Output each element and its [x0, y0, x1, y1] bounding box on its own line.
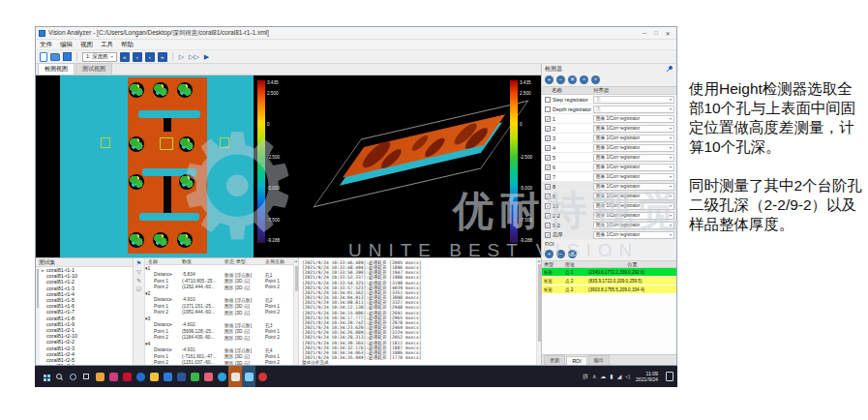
measurement-scrollbar[interactable]: ▲ — [293, 258, 298, 365]
detector-row-checkbox[interactable]: ✓ — [545, 135, 551, 141]
aligner-dropdown[interactable]: 图像 1/Corr registrator▾ — [593, 222, 674, 229]
task-view-button[interactable] — [79, 366, 93, 387]
measurement-row[interactable]: Point 1(1371.151,-25...图形 [3D 点]Point 1 — [145, 303, 293, 310]
ime-icon[interactable]: 拼 — [583, 373, 588, 381]
save-tool-button[interactable] — [161, 366, 174, 387]
measurement-row[interactable]: Point 1(-7161.601,-47...图形 [3D 点]Point 1 — [145, 353, 293, 360]
detector-row[interactable]: ✓9图像 1/Corr registrator▾ — [542, 192, 676, 201]
detector-row[interactable]: ✓8图像 1/Corr registrator▾ — [542, 182, 676, 192]
measurement-row[interactable]: Point 2(1151.037,-60...图形 [3D 点]Point 2 — [145, 360, 293, 366]
cortana-button[interactable] — [66, 366, 79, 387]
detector-row[interactable]: ✓2图像 1/Corr registrator▾ — [542, 124, 676, 134]
first-frame-button[interactable]: « — [120, 52, 130, 62]
scrollbar-thumb[interactable] — [295, 266, 298, 291]
notification-center-icon[interactable] — [666, 372, 673, 381]
measurement-row[interactable]: Point 1(5699.128,-25...图形 [3D 点]Point 1 — [145, 328, 293, 335]
detector-row-checkbox[interactable]: ✓ — [545, 184, 551, 190]
detector-row[interactable]: ✓6图像 1/Corr registrator▾ — [542, 163, 676, 172]
file-list-scrollbar[interactable] — [36, 267, 40, 365]
network-icon[interactable]: ◢ — [617, 373, 622, 381]
globe-app-button[interactable] — [215, 366, 228, 387]
active-window-app-button[interactable] — [242, 366, 255, 387]
detector-row[interactable]: ✓3图像 1/Corr registrator▾ — [542, 134, 676, 143]
menu-view[interactable]: 视图 — [80, 41, 93, 49]
maximize-button[interactable]: □ — [650, 30, 662, 36]
minimize-button[interactable]: ─ — [639, 30, 650, 36]
pdf-app-button[interactable] — [120, 366, 134, 387]
detector-row[interactable]: Depth registrator无▾ — [542, 105, 676, 114]
chevron-up-icon[interactable]: ∧ — [592, 373, 596, 381]
move-down-button[interactable]: ˅ — [591, 75, 600, 84]
detector-row[interactable]: ✓1图像 1/Corr registrator▾ — [542, 114, 676, 124]
cloud-icon[interactable]: ☁ — [600, 373, 606, 381]
scroll-up-arrow-icon[interactable]: ▲ — [537, 258, 541, 263]
close-button[interactable]: ✕ — [662, 30, 673, 37]
add-roi-button[interactable]: + — [545, 250, 554, 258]
detector-row-checkbox[interactable]: ✓ — [545, 165, 551, 170]
aligner-dropdown[interactable]: 图像 1/Corr registrator▾ — [593, 202, 674, 210]
vision-analyzer-app-button[interactable] — [228, 366, 242, 387]
aligner-dropdown[interactable]: 图像 1/Corr registrator▾ — [593, 164, 674, 171]
aligner-dropdown[interactable]: 图像 1/Corr registrator▾ — [593, 115, 674, 123]
view-selector-dropdown[interactable]: 1: 深度图 ▾ — [82, 52, 117, 62]
measurement-row[interactable]: Distance-4.602数值 [浮点数]孔3 — [145, 322, 293, 329]
aligner-dropdown[interactable]: 无▾ — [593, 96, 674, 104]
detector-row-checkbox[interactable]: ✓ — [545, 194, 551, 199]
search-button[interactable] — [52, 366, 66, 387]
detector-row-checkbox[interactable]: ✓ — [545, 213, 551, 219]
tab-detection-view[interactable]: 检测视图 — [38, 63, 75, 75]
detector-row[interactable]: ✓7图像 1/Corr registrator▾ — [542, 172, 676, 182]
word-app-button[interactable] — [174, 366, 188, 387]
pink-app-button[interactable] — [201, 366, 215, 387]
scrollbar-thumb[interactable] — [538, 264, 541, 342]
measurement-row[interactable]: Point 2(1262.444,-60...图形 [3D 点]Point 2 — [145, 285, 293, 291]
run-all-button[interactable]: ▷▷ — [188, 52, 200, 62]
green-app-button[interactable] — [188, 366, 201, 387]
roi-rectangle[interactable] — [160, 137, 173, 150]
detector-row[interactable]: ✓2-2图像 1/Corr registrator▾ — [542, 211, 676, 221]
log-scrollbar[interactable]: ▲ — [536, 258, 541, 365]
roi-rectangle[interactable] — [101, 137, 110, 148]
measurement-row[interactable]: Point 2(1951.444,-60...图形 [3D 点]Point 2 — [145, 310, 293, 316]
detector-row[interactable]: ✓5图像 1/Corr registrator▾ — [542, 153, 676, 163]
save-icon[interactable] — [63, 52, 72, 61]
measurement-row[interactable]: Distance-4.910数值 [浮点数]孔2 — [145, 297, 293, 304]
edge-browser-button[interactable] — [134, 366, 147, 387]
log-output[interactable]: [2021/9/24 10:33:46.489]:处理耗费 [2005 msec… — [299, 258, 536, 365]
aligner-dropdown[interactable]: 图像 1/Corr registrator▾ — [593, 125, 674, 133]
edit-pencil-icon[interactable]: ✎ — [136, 278, 141, 284]
detector-row-checkbox[interactable]: ✓ — [545, 116, 551, 122]
delete-roi-button[interactable]: ✕ — [568, 250, 577, 258]
detector-row[interactable]: Step registrator无▾ — [542, 95, 676, 105]
menu-edit[interactable]: 编辑 — [60, 41, 73, 49]
aligner-dropdown[interactable]: 图像 1/Corr registrator▾ — [593, 135, 674, 142]
aligner-dropdown[interactable]: 图像 1/Corr registrator▾ — [593, 231, 674, 239]
aligner-dropdown[interactable]: 无▾ — [593, 105, 674, 113]
detector-row[interactable]: ✓10图像 1/Corr registrator▾ — [542, 201, 676, 211]
flag-icon[interactable]: ⚑ — [136, 260, 141, 266]
dataset-file-list[interactable]: ▸coral81-r1-1coral81-r1-10coral81-r1-2co… — [36, 267, 133, 365]
measurement-row[interactable]: Distance-4.931数值 [浮点数]孔4 — [145, 347, 293, 354]
heightmap-2d-view[interactable]: 3.4352.5000-2.500-5.000-7.500-9.288 — [36, 75, 288, 257]
menu-help[interactable]: 帮助 — [121, 41, 134, 49]
detector-row[interactable]: ✓总厚图像 1/Corr registrator▾ — [542, 230, 676, 240]
detector-row-checkbox[interactable]: ✓ — [545, 223, 551, 228]
hand-app-button[interactable] — [93, 366, 106, 387]
delete-detector-button[interactable]: ✕ — [568, 75, 577, 84]
open-folder-icon[interactable] — [50, 53, 60, 61]
taskbar-clock[interactable]: 11:09 2021/9/24 — [634, 371, 660, 382]
move-up-button[interactable]: ˄ — [580, 75, 588, 84]
detector-row-checkbox[interactable]: ✓ — [545, 155, 551, 161]
menu-file[interactable]: 文件 — [40, 41, 52, 49]
detector-row-checkbox[interactable]: ✓ — [545, 203, 551, 209]
roi-rectangle[interactable] — [220, 137, 229, 148]
menu-tools[interactable]: 工具 — [101, 41, 113, 49]
paint-app-button[interactable] — [106, 366, 120, 387]
aligner-dropdown[interactable]: 图像 1/Corr registrator▾ — [593, 144, 674, 152]
aligner-dropdown[interactable]: 图像 1/Corr registrator▾ — [593, 173, 674, 181]
add-detector-button[interactable]: + — [545, 75, 554, 84]
filter-icon[interactable]: ▽ — [136, 269, 141, 275]
tab-output[interactable]: 输出 — [588, 355, 610, 365]
tab-update[interactable]: 更新 — [544, 355, 565, 365]
run-continuous-button[interactable]: ▶ — [203, 52, 210, 62]
